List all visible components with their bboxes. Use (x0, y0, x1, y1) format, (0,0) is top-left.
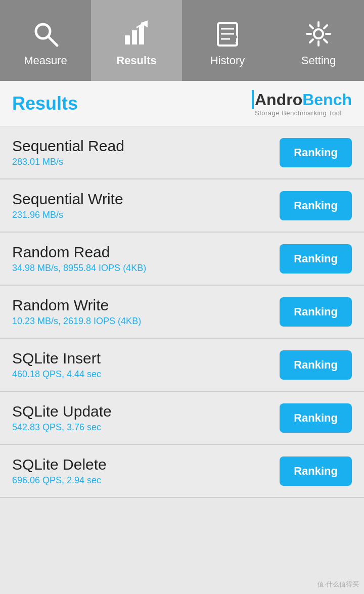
result-row-sqlite-update: SQLite Update 542.83 QPS, 3.76 sec Ranki… (0, 392, 364, 445)
result-name-random-write: Random Write (12, 297, 141, 314)
ranking-btn-random-write[interactable]: Ranking (280, 297, 352, 327)
svg-line-17 (310, 25, 313, 28)
result-value-random-write: 10.23 MB/s, 2619.8 IOPS (4KB) (12, 316, 141, 327)
result-name-sequential-read: Sequential Read (12, 138, 124, 155)
result-value-random-read: 34.98 MB/s, 8955.84 IOPS (4KB) (12, 263, 146, 273)
result-info-sqlite-update: SQLite Update 542.83 QPS, 3.76 sec (12, 403, 112, 433)
svg-rect-2 (125, 35, 130, 44)
page-header: Results AndroBench Storage Benchmarking … (0, 81, 364, 126)
result-info-sqlite-delete: SQLite Delete 696.06 QPS, 2.94 sec (12, 456, 107, 486)
watermark: 值·什么值得买 (317, 580, 359, 589)
result-info-sequential-write: Sequential Write 231.96 MB/s (12, 191, 123, 220)
brand-divider (252, 90, 254, 109)
nav-item-measure[interactable]: Measure (0, 0, 91, 81)
brand-name: AndroBench (255, 92, 352, 108)
result-value-sequential-read: 283.01 MB/s (12, 157, 124, 167)
result-info-sequential-read: Sequential Read 283.01 MB/s (12, 138, 124, 167)
result-row-random-write: Random Write 10.23 MB/s, 2619.8 IOPS (4K… (0, 286, 364, 339)
results-list: Sequential Read 283.01 MB/s Ranking Sequ… (0, 126, 364, 498)
svg-line-19 (324, 25, 327, 28)
ranking-btn-sequential-read[interactable]: Ranking (280, 138, 352, 167)
ranking-btn-sqlite-delete[interactable]: Ranking (280, 456, 352, 486)
nav-item-history[interactable]: History (182, 0, 273, 81)
nav-label-measure: Measure (24, 54, 67, 67)
nav-label-history: History (210, 54, 245, 67)
result-info-random-write: Random Write 10.23 MB/s, 2619.8 IOPS (4K… (12, 297, 141, 327)
nav-item-setting[interactable]: Setting (273, 0, 364, 81)
result-row-sqlite-insert: SQLite Insert 460.18 QPS, 4.44 sec Ranki… (0, 339, 364, 392)
result-name-sqlite-update: SQLite Update (12, 403, 112, 420)
ranking-btn-sequential-write[interactable]: Ranking (280, 191, 352, 220)
brand-subtitle: Storage Benchmarking Tool (255, 109, 342, 117)
history-icon (212, 19, 243, 49)
result-name-sqlite-insert: SQLite Insert (12, 350, 101, 367)
svg-line-20 (310, 39, 313, 42)
result-value-sqlite-delete: 696.06 QPS, 2.94 sec (12, 475, 107, 486)
results-icon (121, 19, 152, 49)
ranking-btn-random-read[interactable]: Ranking (280, 244, 352, 273)
result-row-sequential-read: Sequential Read 283.01 MB/s Ranking (0, 126, 364, 179)
result-row-sequential-write: Sequential Write 231.96 MB/s Ranking (0, 179, 364, 233)
nav-label-results: Results (116, 54, 156, 67)
measure-icon (30, 19, 61, 49)
brand-logo: AndroBench Storage Benchmarking Tool (252, 90, 352, 117)
svg-line-1 (48, 36, 57, 45)
result-name-random-read: Random Read (12, 244, 146, 261)
result-value-sequential-write: 231.96 MB/s (12, 210, 123, 220)
result-row-random-read: Random Read 34.98 MB/s, 8955.84 IOPS (4K… (0, 233, 364, 286)
result-info-random-read: Random Read 34.98 MB/s, 8955.84 IOPS (4K… (12, 244, 146, 273)
svg-point-12 (314, 29, 323, 38)
result-row-sqlite-delete: SQLite Delete 696.06 QPS, 2.94 sec Ranki… (0, 445, 364, 498)
nav-bar: Measure Results (0, 0, 364, 81)
result-info-sqlite-insert: SQLite Insert 460.18 QPS, 4.44 sec (12, 350, 101, 380)
ranking-btn-sqlite-update[interactable]: Ranking (280, 403, 352, 433)
page-title: Results (12, 93, 78, 114)
result-value-sqlite-update: 542.83 QPS, 3.76 sec (12, 422, 112, 433)
nav-item-results[interactable]: Results (91, 0, 182, 81)
setting-icon (303, 19, 334, 49)
result-name-sequential-write: Sequential Write (12, 191, 123, 208)
svg-line-18 (324, 39, 327, 42)
result-name-sqlite-delete: SQLite Delete (12, 456, 107, 473)
nav-label-setting: Setting (301, 54, 336, 67)
svg-rect-3 (132, 30, 137, 44)
ranking-btn-sqlite-insert[interactable]: Ranking (280, 350, 352, 380)
svg-rect-4 (139, 25, 144, 44)
result-value-sqlite-insert: 460.18 QPS, 4.44 sec (12, 369, 101, 380)
